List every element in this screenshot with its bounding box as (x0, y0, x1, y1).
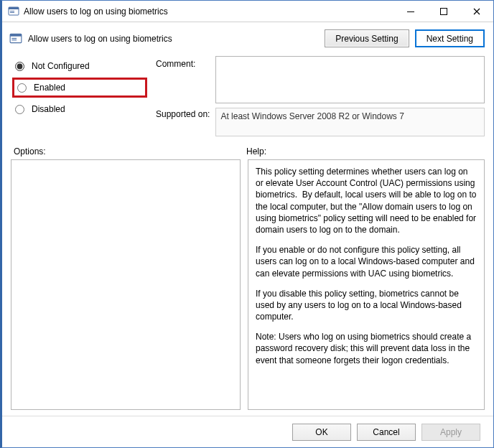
radio-disabled-label: Disabled (32, 104, 65, 114)
comment-label: Comment: (156, 59, 210, 69)
help-paragraph: If you enable or do not configure this p… (256, 244, 477, 279)
radio-disabled[interactable]: Disabled (14, 99, 147, 119)
policy-icon (8, 6, 19, 17)
svg-rect-1 (9, 7, 19, 9)
help-paragraph: This policy setting determines whether u… (256, 166, 477, 235)
previous-setting-button[interactable]: Previous Setting (325, 29, 409, 47)
close-button[interactable] (460, 1, 493, 22)
panel-labels: Options: Help: (2, 139, 493, 159)
supported-on-value: At least Windows Server 2008 R2 or Windo… (220, 111, 404, 121)
radio-disabled-input[interactable] (15, 105, 24, 114)
configuration-section: Not Configured Enabled Disabled Comment:… (2, 56, 493, 139)
options-panel (11, 159, 241, 410)
radio-enabled-input[interactable] (17, 83, 27, 93)
maximize-button[interactable] (427, 1, 460, 22)
policy-title: Allow users to log on using biometrics (28, 34, 319, 44)
radio-enabled-label: Enabled (34, 83, 65, 93)
svg-rect-8 (11, 37, 17, 38)
panels: This policy setting determines whether u… (2, 159, 493, 416)
options-label: Options: (14, 146, 246, 157)
policy-editor-window: Allow users to log on using biometrics A… (0, 0, 494, 448)
supported-on-box: At least Windows Server 2008 R2 or Windo… (215, 108, 485, 136)
ok-button[interactable]: OK (292, 424, 351, 441)
header-row: Allow users to log on using biometrics P… (2, 22, 493, 56)
help-paragraph: If you disable this policy setting, biom… (256, 288, 477, 323)
help-paragraph: Note: Users who log on using biometrics … (256, 331, 477, 366)
help-panel: This policy setting determines whether u… (248, 159, 485, 410)
help-label: Help: (246, 146, 266, 157)
window-controls (394, 1, 493, 22)
comment-input[interactable] (215, 56, 485, 103)
radio-not-configured-label: Not Configured (32, 61, 90, 71)
svg-rect-5 (441, 8, 447, 14)
cancel-button[interactable]: Cancel (357, 424, 416, 441)
radio-enabled[interactable]: Enabled (12, 78, 147, 98)
svg-rect-9 (11, 39, 17, 40)
window-title: Allow users to log on using biometrics (24, 6, 394, 17)
svg-rect-4 (407, 11, 414, 12)
state-radios: Not Configured Enabled Disabled (14, 56, 147, 136)
svg-rect-3 (10, 12, 14, 13)
radio-not-configured-input[interactable] (15, 62, 24, 71)
svg-rect-7 (10, 34, 22, 36)
supported-on-label: Supported on: (156, 109, 210, 119)
titlebar: Allow users to log on using biometrics (2, 1, 493, 22)
dialog-footer: OK Cancel Apply (2, 416, 493, 447)
radio-not-configured[interactable]: Not Configured (14, 56, 147, 76)
minimize-button[interactable] (394, 1, 427, 22)
svg-rect-2 (10, 11, 14, 11)
apply-button: Apply (421, 424, 480, 441)
policy-icon (9, 32, 22, 45)
next-setting-button[interactable]: Next Setting (415, 29, 485, 47)
